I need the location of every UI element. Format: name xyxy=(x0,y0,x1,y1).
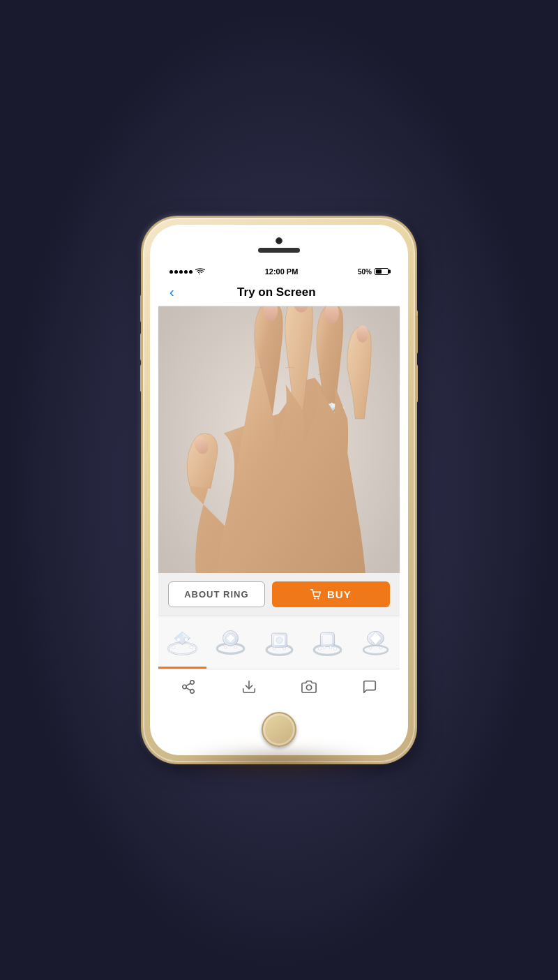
svg-line-51 xyxy=(186,688,190,690)
camera-button[interactable] xyxy=(295,676,323,697)
ring-thumb-2[interactable] xyxy=(206,616,255,669)
ring-thumb-4[interactable] xyxy=(303,616,352,669)
ring-thumbnails xyxy=(158,616,400,669)
buy-label: BUY xyxy=(327,588,352,600)
svg-point-22 xyxy=(176,637,181,641)
scene: 12:00 PM 50% ‹ Try on Screen xyxy=(0,0,558,980)
svg-point-34 xyxy=(276,637,282,643)
signal-bars xyxy=(169,270,193,274)
svg-point-46 xyxy=(369,646,372,649)
svg-point-24 xyxy=(172,646,175,649)
svg-point-15 xyxy=(314,597,315,599)
svg-point-14 xyxy=(356,325,368,342)
share-button[interactable] xyxy=(174,676,202,697)
battery-icon xyxy=(375,268,389,275)
home-button[interactable] xyxy=(262,712,296,747)
ring-image-5 xyxy=(356,623,395,661)
chat-button[interactable] xyxy=(356,676,384,697)
status-left xyxy=(169,268,205,275)
svg-line-52 xyxy=(186,683,190,686)
back-button[interactable]: ‹ xyxy=(169,284,174,300)
svg-point-44 xyxy=(363,645,388,654)
ring-thumb-1[interactable] xyxy=(158,616,206,669)
screen: 12:00 PM 50% ‹ Try on Screen xyxy=(158,263,400,703)
status-time: 12:00 PM xyxy=(265,267,299,276)
about-ring-button[interactable]: ABOUT RING xyxy=(168,581,265,607)
svg-rect-39 xyxy=(322,634,333,644)
svg-point-29 xyxy=(225,646,227,648)
status-bar: 12:00 PM 50% xyxy=(158,263,400,279)
chat-icon xyxy=(362,679,377,695)
nav-title: Try on Screen xyxy=(181,285,372,299)
svg-point-35 xyxy=(273,647,276,650)
status-right: 50% xyxy=(358,268,389,276)
ring-thumb-3[interactable] xyxy=(255,616,303,669)
svg-point-40 xyxy=(318,646,322,650)
svg-point-43 xyxy=(333,646,337,650)
camera-icon xyxy=(301,679,317,695)
svg-point-25 xyxy=(190,646,193,649)
svg-point-30 xyxy=(234,646,237,648)
action-buttons: ABOUT RING BUY xyxy=(158,573,400,616)
speaker xyxy=(258,248,300,253)
svg-point-23 xyxy=(184,637,188,641)
svg-point-16 xyxy=(317,597,319,599)
ring-image-4 xyxy=(308,623,347,661)
front-camera xyxy=(276,237,282,244)
svg-point-36 xyxy=(283,647,286,650)
battery-fill xyxy=(376,269,382,274)
svg-point-42 xyxy=(329,646,332,648)
svg-point-41 xyxy=(323,646,326,648)
hand-area xyxy=(158,306,400,573)
top-bar xyxy=(258,237,300,253)
phone-shadow xyxy=(174,748,384,776)
ring-image-1 xyxy=(163,623,202,661)
wifi-icon xyxy=(195,268,205,275)
battery-percent: 50% xyxy=(358,268,372,276)
bottom-toolbar xyxy=(158,669,400,703)
phone-inner: 12:00 PM 50% ‹ Try on Screen xyxy=(150,225,408,755)
ring-thumb-5[interactable] xyxy=(352,616,400,669)
svg-point-54 xyxy=(307,685,312,690)
share-icon xyxy=(181,679,196,695)
svg-point-47 xyxy=(379,646,382,649)
download-button[interactable] xyxy=(235,676,263,697)
download-icon xyxy=(241,679,257,695)
buy-button[interactable]: BUY xyxy=(272,581,390,607)
nav-bar: ‹ Try on Screen xyxy=(158,279,400,306)
hand-illustration xyxy=(158,306,400,573)
ring-image-3 xyxy=(260,623,299,661)
ring-image-2 xyxy=(211,623,250,661)
phone-shell: 12:00 PM 50% ‹ Try on Screen xyxy=(143,218,415,762)
cart-icon xyxy=(310,589,322,600)
